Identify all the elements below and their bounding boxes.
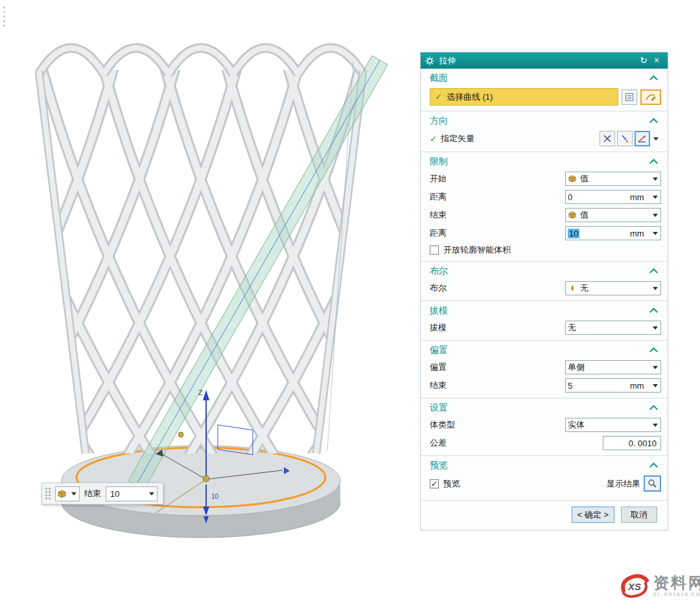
collapse-offset-icon[interactable]	[649, 347, 658, 356]
preview-checkbox[interactable]: ✓	[430, 479, 439, 488]
body-type-value: 实体	[566, 419, 649, 431]
section-limits: 限制 开始 值 距离 0 mm	[421, 152, 668, 261]
end-type-dropdown[interactable]: 值	[565, 208, 661, 222]
section-boolean: 布尔 布尔 无	[421, 261, 668, 301]
origin-handle-sphere	[203, 475, 209, 482]
curve-list-button[interactable]	[622, 89, 637, 105]
draft-value: 无	[566, 322, 649, 334]
offset-end-input[interactable]: 5 mm	[565, 378, 661, 393]
toolbar-grip-handle[interactable]	[45, 488, 51, 499]
onscreen-end-combo[interactable]: 10	[106, 486, 158, 501]
onscreen-end-value[interactable]: 10	[106, 489, 146, 499]
vector-dialog-button[interactable]	[600, 131, 615, 146]
end-distance-input[interactable]: 10 mm	[565, 226, 661, 240]
start-distance-label: 距离	[430, 191, 565, 203]
tolerance-value[interactable]: 0. 0010	[629, 439, 657, 448]
dropdown-arrow-icon[interactable]	[649, 321, 660, 334]
dropdown-arrow-icon[interactable]	[649, 379, 660, 392]
watermark-subtitle: ZL.XS1616.COM	[653, 592, 700, 598]
tolerance-label: 公差	[430, 437, 603, 449]
sketch-section-button[interactable]	[640, 89, 661, 105]
ok-button[interactable]: < 确定 >	[572, 507, 614, 523]
dropdown-arrow-icon[interactable]	[649, 361, 660, 374]
start-label: 开始	[430, 173, 565, 185]
check-icon: ✓	[435, 92, 442, 102]
collapse-draft-icon[interactable]	[649, 308, 658, 316]
viewport-3d[interactable]: Z 10	[0, 0, 420, 616]
cube-icon	[568, 175, 576, 183]
dropdown-arrow-icon[interactable]	[649, 418, 660, 431]
section-section: 截面 ✓ 选择曲线 (1)	[421, 69, 668, 111]
show-result-label: 显示结果	[607, 478, 640, 490]
offset-value: 单侧	[566, 361, 649, 373]
vector-dropdown-arrow[interactable]	[650, 137, 661, 141]
dropdown-arrow-icon[interactable]	[649, 227, 660, 240]
select-curve-label: 选择曲线 (1)	[447, 91, 493, 103]
open-profile-checkbox[interactable]	[430, 245, 439, 255]
boolean-label: 布尔	[430, 282, 565, 294]
onscreen-mode-dropdown[interactable]	[55, 486, 80, 501]
end-type-value: 值	[578, 209, 649, 221]
draft-dropdown[interactable]: 无	[565, 321, 661, 335]
end-distance-unit: mm	[630, 229, 649, 238]
gear-icon	[425, 56, 434, 65]
magnifier-icon	[648, 479, 657, 488]
preview-label: 预览	[443, 478, 607, 490]
cancel-button[interactable]: 取消	[621, 507, 657, 523]
section-direction: 方向 ✓ 指定矢量	[421, 111, 668, 152]
offset-end-value[interactable]: 5	[566, 381, 630, 391]
dropdown-arrow-icon[interactable]	[649, 209, 660, 222]
boolean-none-icon	[568, 284, 576, 292]
dropdown-arrow-icon	[68, 487, 79, 501]
collapse-boolean-icon[interactable]	[649, 268, 658, 277]
offset-dropdown[interactable]: 单侧	[565, 360, 661, 374]
dropdown-arrow-icon[interactable]	[649, 282, 660, 295]
offset-end-label: 结束	[430, 380, 565, 391]
start-distance-value[interactable]: 0	[566, 192, 630, 202]
section-header: 截面	[430, 73, 651, 84]
end-distance-value-wrap[interactable]: 10	[566, 229, 630, 238]
show-result-button[interactable]	[644, 475, 661, 492]
section-header: 设置	[430, 402, 651, 414]
reset-icon[interactable]: ↻	[637, 52, 650, 69]
collapse-settings-icon[interactable]	[649, 405, 658, 413]
vector-constructor-button[interactable]	[635, 131, 650, 146]
section-header: 偏置	[430, 345, 651, 356]
svg-text:XS: XS	[627, 581, 641, 592]
start-distance-input[interactable]: 0 mm	[565, 190, 661, 204]
collapse-section-icon[interactable]	[649, 75, 658, 84]
section-settings: 设置 体类型 实体 公差 0. 0010	[421, 398, 668, 455]
section-header: 限制	[430, 156, 651, 168]
secondary-handle-sphere	[178, 432, 183, 437]
dialog-titlebar[interactable]: 拉伸 ↻ ×	[421, 52, 668, 69]
end-distance-label: 距离	[430, 227, 565, 239]
draft-label: 拔模	[430, 322, 565, 334]
body-type-dropdown[interactable]: 实体	[565, 418, 661, 432]
cube-icon	[568, 211, 576, 219]
axis-z-label: Z	[198, 389, 203, 396]
close-icon[interactable]: ×	[650, 52, 663, 69]
offset-end-unit: mm	[630, 381, 649, 391]
collapse-limits-icon[interactable]	[649, 159, 658, 167]
collapse-direction-icon[interactable]	[649, 118, 658, 126]
section-header: 预览	[430, 460, 651, 472]
collapse-preview-icon[interactable]	[649, 462, 658, 471]
section-header: 方向	[430, 115, 651, 127]
dropdown-arrow-icon[interactable]	[649, 172, 660, 185]
start-distance-unit: mm	[630, 192, 649, 202]
extrude-dialog: 拉伸 ↻ × 截面 ✓ 选择曲线 (1)	[420, 52, 668, 530]
open-profile-label: 开放轮廓智能体积	[443, 244, 661, 256]
section-preview: 预览 ✓ 预览 显示结果	[421, 455, 668, 497]
dropdown-arrow-icon	[146, 487, 157, 501]
boolean-dropdown[interactable]: 无	[565, 281, 661, 295]
check-icon: ✓	[430, 134, 437, 144]
tolerance-input[interactable]: 0. 0010	[603, 436, 661, 450]
end-label: 结束	[430, 209, 565, 221]
dropdown-arrow-icon[interactable]	[649, 190, 660, 203]
select-curve-field[interactable]: ✓ 选择曲线 (1)	[430, 88, 618, 106]
watermark: XS 资料网 ZL.XS1616.COM	[620, 571, 700, 601]
end-distance-value[interactable]: 10	[568, 229, 579, 238]
inferred-vector-button[interactable]	[617, 131, 633, 146]
dynamic-distance-value: 10	[211, 493, 219, 500]
start-type-dropdown[interactable]: 值	[565, 172, 661, 186]
